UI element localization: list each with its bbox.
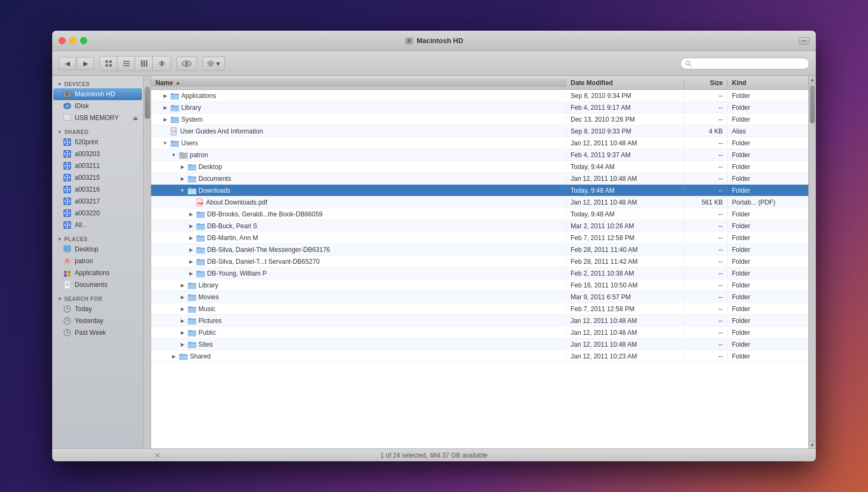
content-scrollbar[interactable]: ▲ ▼: [808, 76, 816, 448]
close-icon-status[interactable]: ✕: [154, 451, 161, 460]
svg-rect-21: [210, 60, 211, 61]
window-title: Macintosh HD: [405, 37, 464, 45]
sidebar-item-documents[interactable]: Documents: [53, 279, 142, 291]
table-row[interactable]: ▼ Downloads Today, 9:48 AM -- Folder: [151, 185, 808, 196]
resize-button[interactable]: [799, 37, 809, 45]
svg-line-30: [689, 65, 691, 66]
file-name-cell: ▶ Sites: [151, 341, 566, 348]
column-headers: Name ▲ Date Modified Size Kind: [151, 76, 808, 90]
svg-rect-11: [141, 60, 143, 67]
table-row[interactable]: ▶ DB-Martin, Ann M Feb 7, 2011 12:58 PM …: [151, 232, 808, 244]
table-row[interactable]: ▶ Library Feb 16, 2011 10:50 AM -- Folde…: [151, 279, 808, 291]
table-row[interactable]: ▶ Applications Sep 8, 2010 9:34 PM -- Fo…: [151, 90, 808, 102]
table-row[interactable]: ▼ patron Feb 4, 2011 9:37 AM -- Folder: [151, 149, 808, 161]
devices-label: DEVICES: [64, 81, 89, 87]
file-name-cell: ▶ System: [151, 116, 566, 123]
table-row[interactable]: ▶ DB-Buck, Pearl S Mar 2, 2011 10:26 AM …: [151, 220, 808, 232]
action-button[interactable]: ▾: [202, 57, 225, 71]
sidebar-item-macintosh-hd[interactable]: Macintosh HD: [53, 88, 142, 100]
table-row[interactable]: ▶ System Dec 13, 2010 3:26 PM -- Folder: [151, 114, 808, 125]
folder-icon: [170, 139, 179, 147]
close-button[interactable]: [59, 37, 66, 44]
svg-rect-73: [63, 246, 71, 251]
col-header-name[interactable]: Name ▲: [151, 79, 566, 87]
sidebar-item-a003211[interactable]: a003211: [53, 160, 142, 172]
sidebar-item-a003215[interactable]: a003215: [53, 172, 142, 184]
sidebar-scrollbar[interactable]: [144, 76, 151, 448]
sidebar-item-applications[interactable]: Applications: [53, 267, 142, 279]
sidebar-label-macintosh-hd: Macintosh HD: [75, 90, 115, 98]
svg-rect-5: [109, 60, 112, 63]
file-name-cell: ▼ Downloads: [151, 187, 566, 194]
table-row[interactable]: ▶ Movies Mar 9, 2011 6:57 PM -- Folder: [151, 291, 808, 303]
svg-rect-9: [123, 63, 130, 64]
svg-marker-76: [64, 258, 70, 264]
table-row[interactable]: ▶ Music Feb 7, 2011 12:58 PM -- Folder: [151, 303, 808, 315]
pdf-icon: PDF: [196, 198, 204, 207]
forward-button[interactable]: ▶: [77, 57, 94, 70]
sidebar: ▼ DEVICES Macintosh HD: [52, 76, 144, 448]
table-row[interactable]: ▶ Shared Jan 12, 2011 10:23 AM -- Folder: [151, 350, 808, 362]
sidebar-item-yesterday[interactable]: Yesterday: [53, 315, 142, 327]
expand-triangle: [162, 129, 168, 134]
table-row[interactable]: ▶ Public Jan 12, 2011 10:48 AM -- Folder: [151, 327, 808, 339]
table-row[interactable]: ▶ Pictures Jan 12, 2011 10:48 AM -- Fold…: [151, 315, 808, 327]
maximize-button[interactable]: [80, 37, 87, 44]
minimize-button[interactable]: [69, 37, 76, 44]
table-row[interactable]: PDF About Downloads.pdf Jan 12, 2011 10:…: [151, 196, 808, 208]
quick-look-button[interactable]: [176, 57, 197, 71]
table-row[interactable]: ▶ DB-Young, William P Feb 2, 2011 10:38 …: [151, 268, 808, 279]
expand-triangle: ▶: [188, 223, 194, 229]
table-row[interactable]: ▶ DB-Brooks, Geraldi...the Book-DB66059 …: [151, 208, 808, 220]
table-row[interactable]: User Guides And Information Sep 8, 2010 …: [151, 125, 808, 137]
sidebar-item-520print[interactable]: 520print: [53, 136, 142, 148]
table-row[interactable]: ▶ Documents Jan 12, 2011 10:48 AM -- Fol…: [151, 173, 808, 185]
svg-rect-4: [105, 60, 108, 63]
sidebar-item-all[interactable]: All...: [53, 219, 142, 231]
table-row[interactable]: ▶ DB-Silva, Daniel-T...t Servant-DB65270…: [151, 256, 808, 268]
svg-rect-22: [210, 66, 211, 67]
sidebar-item-usb-memory[interactable]: USB MEMORY ⏏: [53, 112, 142, 124]
sidebar-item-a003220[interactable]: a003220: [53, 207, 142, 219]
table-row[interactable]: ▶ DB-Silva, Daniel-The Messenger-DB63176…: [151, 244, 808, 256]
file-name-cell: ▶ Library: [151, 104, 566, 111]
list-view-button[interactable]: [118, 57, 135, 71]
sidebar-item-today[interactable]: Today: [53, 303, 142, 315]
sidebar-item-a003203[interactable]: a003203: [53, 148, 142, 160]
sidebar-item-past-week[interactable]: Past Week: [53, 327, 142, 339]
sidebar-item-idisk[interactable]: iD iDisk: [53, 100, 142, 112]
col-header-date[interactable]: Date Modified: [566, 79, 685, 87]
expand-triangle: ▼: [162, 140, 168, 146]
search-box[interactable]: [680, 58, 809, 69]
back-button[interactable]: ◀: [59, 57, 76, 70]
column-view-button[interactable]: [136, 57, 153, 71]
table-row[interactable]: ▼ Users Jan 12, 2011 10:48 AM -- Folder: [151, 137, 808, 149]
finder-window: Macintosh HD ◀ ▶: [52, 31, 816, 461]
expand-triangle: ▼: [170, 152, 177, 158]
table-row[interactable]: ▶ Desktop Today, 9:44 AM -- Folder: [151, 161, 808, 173]
sidebar-item-desktop[interactable]: Desktop: [53, 243, 142, 255]
sidebar-item-patron[interactable]: patron: [53, 255, 142, 267]
col-header-kind[interactable]: Kind: [728, 79, 808, 87]
svg-point-20: [210, 62, 212, 65]
sidebar-item-a003217[interactable]: a003217: [53, 195, 142, 207]
folder-icon: [170, 116, 179, 123]
sidebar-label-a003215: a003215: [75, 174, 100, 181]
svg-rect-13: [146, 60, 147, 67]
search-for-label: SEARCH FOR: [64, 296, 102, 302]
col-header-size[interactable]: Size: [685, 79, 728, 87]
file-name-cell: ▶ Desktop: [151, 163, 566, 171]
sidebar-item-a003216[interactable]: a003216: [53, 184, 142, 195]
search-input[interactable]: [694, 60, 805, 67]
file-name-cell: ▼ Users: [151, 139, 566, 147]
coverflow-view-button[interactable]: [153, 57, 170, 71]
svg-point-29: [686, 61, 690, 65]
icon-view-button[interactable]: [100, 57, 117, 71]
file-name-cell: PDF About Downloads.pdf: [151, 198, 566, 207]
expand-triangle: ▶: [179, 164, 186, 170]
file-name-cell: ▶ Shared: [151, 353, 566, 360]
network-icon-520print: [63, 138, 72, 146]
folder-icon: [196, 234, 205, 242]
table-row[interactable]: ▶ Library Feb 4, 2011 9:17 AM -- Folder: [151, 102, 808, 114]
table-row[interactable]: ▶ Sites Jan 12, 2011 10:48 AM -- Folder: [151, 339, 808, 350]
